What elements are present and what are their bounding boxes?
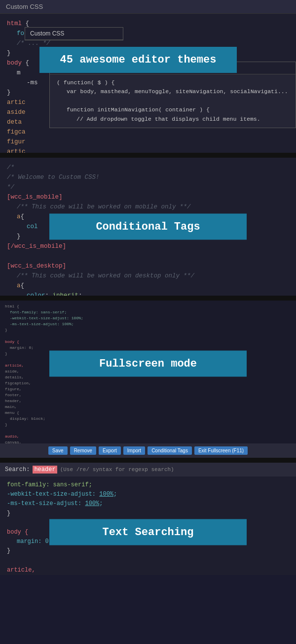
text-searching-label: Text Searching <box>49 519 247 545</box>
search-hint: (Use /re/ syntax for regexp search) <box>60 467 174 473</box>
gap2 <box>0 296 296 301</box>
gap3 <box>0 458 296 463</box>
conditional-tags-label: Conditional Tags <box>49 214 247 240</box>
fullscreen-label: Fullscreen mode <box>49 350 247 376</box>
themes-label: 45 awesome editor themes <box>39 47 237 73</box>
section3-fullscreen: html { font-family: sans-serif; -webkit-… <box>0 301 296 458</box>
section4-search: Search: header (Use /re/ syntax for rege… <box>0 463 296 575</box>
search-bar: Search: header (Use /re/ syntax for rege… <box>0 463 296 476</box>
section1-custom-css: Custom CSS html { font-family: sans-seri… <box>0 0 296 153</box>
custom-css-float-box: Custom CSS <box>25 27 123 40</box>
exit-fullscreen-button[interactable]: Exit Fullscreen (F11) <box>194 446 248 455</box>
save-button[interactable]: Save <box>48 446 68 455</box>
custom-js-code: ( function( $ ) { var body, masthead, me… <box>50 74 296 128</box>
section2-conditional: /* /* Welcome to Custom CSS! */ [wcc_is_… <box>0 158 296 296</box>
gap1 <box>0 153 296 158</box>
custom-css-float-title: Custom CSS <box>25 28 123 40</box>
fullscreen-toolbar: Save Remove Export Import Conditional Ta… <box>0 443 296 458</box>
conditional-tags-overlay: Conditional Tags <box>49 214 247 240</box>
custom-css-title-bar: Custom CSS <box>0 0 296 14</box>
text-searching-overlay: Text Searching <box>49 519 247 545</box>
remove-button[interactable]: Remove <box>70 446 96 455</box>
conditional-tags-button[interactable]: Conditional Tags <box>148 446 192 455</box>
fullscreen-overlay: Fullscreen mode <box>49 350 247 376</box>
search-label: Search: <box>5 466 30 473</box>
export-button[interactable]: Export <box>99 446 121 455</box>
themes-label-box: 45 awesome editor themes <box>39 47 237 73</box>
search-term: header <box>33 466 57 474</box>
import-button[interactable]: Import <box>123 446 145 455</box>
